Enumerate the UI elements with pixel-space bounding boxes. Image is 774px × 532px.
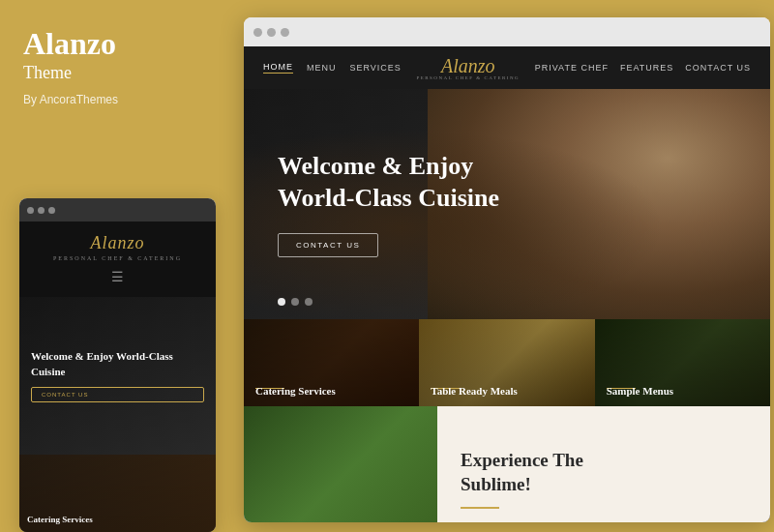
nav-home[interactable]: HOME — [263, 62, 293, 74]
mobile-header: Alanzo PERSONAL CHEF & CATERING ☰ — [19, 222, 216, 297]
mobile-hero-title: Welcome & Enjoy World-Class Cuisine — [31, 349, 204, 379]
service-label-menus: Sample Menus — [607, 385, 673, 397]
mobile-logo: Alanzo — [31, 233, 204, 253]
mobile-dot-3 — [48, 207, 55, 214]
hero-title: Welcome & Enjoy World-Class Cuisine — [278, 151, 499, 214]
bottom-text: Experience The Sublime! — [437, 406, 607, 522]
site-navbar: HOME MENU SERVICES Alanzo PERSONAL CHEF … — [244, 46, 770, 89]
left-panel: Alanzo Theme By AncoraThemes Alanzo PERS… — [0, 0, 240, 532]
browser-dot-2 — [267, 28, 276, 37]
nav-links-left: HOME MENU SERVICES — [263, 62, 402, 74]
hero-text: Welcome & Enjoy World-Class Cuisine CONT… — [244, 122, 533, 286]
hero-dots — [278, 298, 313, 306]
mobile-services: Catering Services — [19, 455, 216, 532]
mobile-dot-2 — [38, 207, 45, 214]
mobile-content: Alanzo PERSONAL CHEF & CATERING ☰ Welcom… — [19, 222, 216, 532]
theme-subtitle: Theme — [23, 63, 217, 83]
bottom-title-line2: Sublime! — [461, 474, 531, 494]
theme-author: By AncoraThemes — [23, 93, 217, 106]
bottom-food-image — [244, 406, 437, 522]
browser-content: HOME MENU SERVICES Alanzo PERSONAL CHEF … — [244, 46, 770, 522]
browser-title-bar — [244, 17, 770, 46]
mobile-title-bar — [19, 198, 216, 222]
mobile-service-image: Catering Services — [19, 455, 216, 532]
hero-dot-3[interactable] — [305, 298, 313, 306]
mobile-cta-button[interactable]: CONTACT US — [31, 387, 204, 402]
hero-title-line1: Welcome & Enjoy — [278, 152, 473, 180]
browser-panel: HOME MENU SERVICES Alanzo PERSONAL CHEF … — [244, 17, 770, 522]
service-card-table[interactable]: Table Ready Meals — [419, 319, 594, 406]
nav-logo-sub: PERSONAL CHEF & CATERING — [416, 75, 520, 80]
bottom-section: Experience The Sublime! — [244, 406, 770, 522]
hero-dot-2[interactable] — [291, 298, 299, 306]
nav-logo: Alanzo — [416, 55, 520, 77]
hero-dot-1[interactable] — [278, 298, 285, 306]
site-hero: Welcome & Enjoy World-Class Cuisine CONT… — [244, 89, 770, 319]
mobile-dot-1 — [27, 207, 34, 214]
browser-dot-1 — [253, 28, 262, 37]
bottom-accent-line — [461, 507, 499, 509]
browser-dot-3 — [281, 28, 289, 37]
hero-title-line2: World-Class Cuisine — [278, 184, 499, 212]
mobile-hamburger-icon[interactable]: ☰ — [31, 269, 204, 285]
nav-links-right: PRIVATE CHEF FEATURES CONTACT US — [535, 63, 751, 73]
nav-contact[interactable]: CONTACT US — [685, 63, 751, 73]
nav-menu[interactable]: MENU — [307, 63, 337, 73]
services-strip: Catering Services Table Ready Meals Samp… — [244, 319, 770, 406]
service-card-menus[interactable]: Sample Menus — [595, 319, 770, 406]
hero-cta-button[interactable]: CONTACT US — [278, 233, 378, 257]
nav-private-chef[interactable]: PRIVATE CHEF — [535, 63, 609, 73]
nav-logo-block: Alanzo PERSONAL CHEF & CATERING — [416, 55, 520, 80]
nav-features[interactable]: FEATURES — [620, 63, 673, 73]
theme-title: Alanzo — [23, 27, 217, 61]
bottom-title: Experience The Sublime! — [461, 449, 583, 496]
service-label-catering: Catering Services — [255, 385, 336, 397]
bottom-title-line1: Experience The — [461, 450, 583, 470]
service-label-table: Table Ready Meals — [431, 385, 517, 397]
mobile-service-label: Catering Services — [27, 515, 93, 524]
mobile-preview: Alanzo PERSONAL CHEF & CATERING ☰ Welcom… — [19, 198, 216, 532]
service-card-catering[interactable]: Catering Services — [244, 319, 419, 406]
mobile-logo-sub: PERSONAL CHEF & CATERING — [31, 255, 204, 261]
nav-services[interactable]: SERVICES — [350, 63, 402, 73]
mobile-hero: Welcome & Enjoy World-Class Cuisine CONT… — [19, 297, 216, 455]
